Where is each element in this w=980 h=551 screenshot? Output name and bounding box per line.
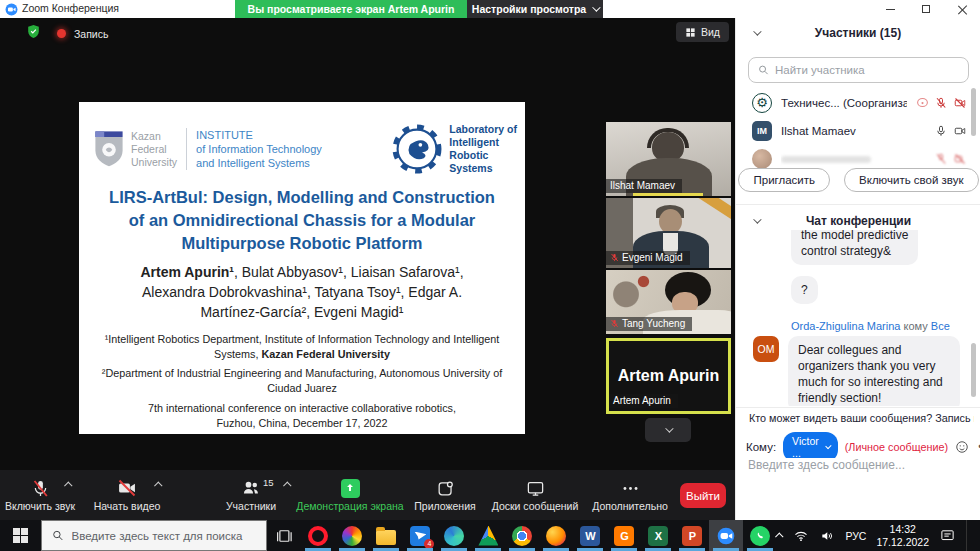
sender-connector: кому <box>904 320 928 332</box>
video-tile-evgeni-magid[interactable]: Evgeni Magid <box>606 198 731 268</box>
participant-avatar: IM <box>752 121 772 141</box>
video-tile-tang-yucheng[interactable]: Tang Yucheng <box>606 270 731 334</box>
taskbar-app-firefox[interactable] <box>539 520 573 551</box>
collapse-participants-icon[interactable] <box>753 27 761 35</box>
window-titlebar: Zoom Конференция Вы просматриваете экран… <box>0 0 980 18</box>
share-screen-button[interactable]: Демонстрация экрана <box>297 470 403 520</box>
slide-header: Kazan Federal University INSTITUTE of In… <box>93 116 517 182</box>
apps-button[interactable]: Приложения <box>405 470 485 520</box>
folder-icon <box>376 530 396 545</box>
taskbar-app-foxit[interactable]: G <box>607 520 641 551</box>
maximize-button[interactable] <box>908 0 944 18</box>
mic-muted-icon <box>31 479 50 498</box>
sender-avatar: OM <box>753 336 779 362</box>
video-tile-ilshat-mamaev[interactable]: Ilshat Mamaev <box>606 122 731 196</box>
participants-label: Участники <box>226 500 276 512</box>
unmute-self-button[interactable]: Включить свой звук <box>844 168 978 192</box>
clock[interactable]: 14:32 17.12.2022 <box>876 523 929 549</box>
taskbar-app-powerpoint[interactable]: P <box>675 520 709 551</box>
volume-icon[interactable] <box>819 529 835 543</box>
unmute-label: Включить звук <box>5 500 75 512</box>
taskbar-app-word[interactable]: W <box>573 520 607 551</box>
presentation-slide: Kazan Federal University INSTITUTE of In… <box>79 102 525 434</box>
participant-row-cohost[interactable]: ⚙ Техничес... (Соорганизатор) <box>736 89 980 116</box>
logo-divider <box>186 128 187 170</box>
task-view-button[interactable] <box>267 520 301 551</box>
chevron-down-icon <box>825 442 831 448</box>
view-button[interactable]: Вид <box>676 22 729 42</box>
window-controls <box>872 0 980 18</box>
taskbar-app-whatsapp[interactable] <box>743 520 777 551</box>
chat-sender-line: Orda-Zhigulina Marina кому Все <box>791 320 980 332</box>
private-message-note: (Личное сообщение) <box>845 441 948 453</box>
excel-icon: X <box>648 526 668 546</box>
firefox-icon <box>546 526 566 546</box>
action-center-icon[interactable] <box>939 528 956 543</box>
privacy-text: Кто может видеть ваши сообщения? Запись … <box>749 412 974 424</box>
drive-icon <box>478 526 498 546</box>
apps-label: Приложения <box>414 500 475 512</box>
leave-button[interactable]: Выйти <box>680 483 726 508</box>
view-settings-dropdown[interactable]: Настройки просмотра <box>467 0 603 18</box>
chat-message-input[interactable] <box>748 458 970 472</box>
speaking-indicator <box>633 193 703 196</box>
sender-name[interactable]: Orda-Zhigulina Marina <box>791 320 900 332</box>
taskbar-app-mail[interactable]: 4 <box>403 520 437 551</box>
video-tile-artem-apurin-active[interactable]: Artem Apurin Artem Apurin <box>606 338 731 414</box>
more-button[interactable]: Дополнительно <box>585 470 675 520</box>
taskbar-app-chrome[interactable] <box>505 520 539 551</box>
chat-scrollbar[interactable] <box>971 343 976 397</box>
participants-button[interactable]: 15 Участники <box>205 470 297 520</box>
tray-time: 14:32 <box>876 523 929 536</box>
palette-icon <box>342 526 362 546</box>
participants-scrollbar[interactable] <box>971 88 976 136</box>
taskbar-app-edge[interactable] <box>437 520 471 551</box>
invite-button[interactable]: Пригласить <box>738 168 830 192</box>
taskbar-app-drive[interactable] <box>471 520 505 551</box>
word-icon: W <box>580 526 600 546</box>
grid-view-icon <box>685 27 696 38</box>
participant-search-input[interactable] <box>775 64 959 76</box>
chat-bubble-long: Dear collegues and organizers thank you … <box>788 336 960 406</box>
lirs-gear-logo <box>390 122 444 176</box>
participant-avatar <box>752 149 772 169</box>
taskbar-app-paint[interactable] <box>335 520 369 551</box>
taskbar-search-input[interactable] <box>72 530 257 542</box>
whiteboards-button[interactable]: Доски сообщений <box>485 470 585 520</box>
participants-header: Участники (15) <box>736 18 980 48</box>
chat-privacy-notice[interactable]: Кто может видеть ваши сообщения? Запись … <box>744 411 974 424</box>
tray-expand-icon[interactable] <box>775 532 783 540</box>
whiteboards-label: Доски сообщений <box>492 500 579 512</box>
cohost-avatar: ⚙ <box>752 93 772 113</box>
language-indicator[interactable]: РУС <box>845 530 866 542</box>
to-label: Кому: <box>746 441 776 453</box>
taskbar-app-excel[interactable]: X <box>641 520 675 551</box>
show-desktop-strip[interactable] <box>966 520 970 551</box>
taskbar-app-zoom[interactable] <box>709 520 743 551</box>
shared-screen-area: Запись Вид Kazan Federal University <box>0 18 735 470</box>
start-button[interactable] <box>0 520 41 551</box>
participant-search[interactable] <box>748 57 969 83</box>
emoji-icon[interactable] <box>955 440 969 454</box>
minimize-button[interactable] <box>872 0 908 18</box>
foxit-pdf-icon: G <box>614 526 634 546</box>
taskbar-search[interactable] <box>41 520 268 551</box>
chevron-up-icon[interactable] <box>64 481 72 489</box>
security-shield-icon[interactable] <box>26 24 41 43</box>
taskbar-app-explorer[interactable] <box>369 520 403 551</box>
powerpoint-icon: P <box>682 526 702 546</box>
unmute-button[interactable]: Включить звук <box>0 470 80 520</box>
recording-indicator[interactable]: Запись <box>57 28 108 40</box>
start-video-button[interactable]: Начать видео <box>84 470 170 520</box>
zoom-window: Zoom Конференция Вы просматриваете экран… <box>0 0 980 551</box>
taskbar-app-opera[interactable] <box>301 520 335 551</box>
view-settings-label: Настройки просмотра <box>472 3 586 15</box>
close-button[interactable] <box>944 0 980 18</box>
wifi-icon[interactable] <box>793 529 809 543</box>
collapse-thumbnails-button[interactable] <box>645 418 691 442</box>
participant-row-ilshat-mamaev[interactable]: IM Ilshat Mamaev <box>736 117 980 144</box>
collapse-chat-icon[interactable] <box>753 215 761 223</box>
chevron-up-icon[interactable] <box>154 481 162 489</box>
sender-recipient[interactable]: Все <box>931 320 950 332</box>
chevron-up-icon[interactable] <box>283 481 291 489</box>
